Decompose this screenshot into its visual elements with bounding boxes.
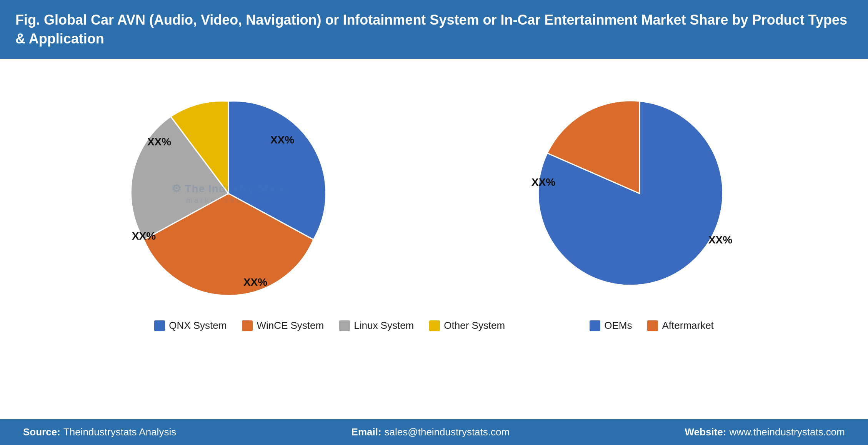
chart-left: XX% XX% XX% XX% ⚙ The Industry Stats mar… [55,74,402,313]
chart-right: XX% XX% [466,74,813,313]
legend-linux: Linux System [339,320,414,332]
legend-label-oems: OEMs [604,320,632,332]
footer-email-value: sales@theindustrystats.com [385,426,510,438]
footer-website-value: www.theindustrystats.com [729,426,845,438]
legend-oems: OEMs [590,320,632,332]
footer-source-label: Source: [23,426,60,438]
other-percent-label: XX% [147,136,171,148]
legend-swatch-other [429,320,440,331]
charts-row: XX% XX% XX% XX% ⚙ The Industry Stats mar… [23,74,845,313]
footer-source-value: Theindustrystats Analysis [63,426,176,438]
legend-swatch-qnx [154,320,165,331]
legend-group-left: QNX System WinCE System Linux System Oth… [154,320,505,332]
legend-swatch-oems [590,320,600,331]
footer-website: Website: www.theindustrystats.com [685,426,845,438]
legend-wince: WinCE System [242,320,324,332]
main-content: XX% XX% XX% XX% ⚙ The Industry Stats mar… [0,59,868,339]
legend-group-right: OEMs Aftermarket [590,320,714,332]
legend-label-other: Other System [444,320,505,332]
legend-label-linux: Linux System [354,320,414,332]
footer-source: Source: Theindustrystats Analysis [23,426,176,438]
legend-qnx: QNX System [154,320,227,332]
page-title: Fig. Global Car AVN (Audio, Video, Navig… [15,12,847,47]
legend-aftermarket: Aftermarket [647,320,713,332]
wince-percent-label: XX% [243,276,267,288]
footer-email: Email: sales@theindustrystats.com [352,426,510,438]
legend-swatch-aftermarket [647,320,658,331]
legend-row: QNX System WinCE System Linux System Oth… [23,320,845,332]
legend-swatch-wince [242,320,253,331]
qnx-percent-label: XX% [270,134,294,146]
legend-swatch-linux [339,320,350,331]
footer-website-label: Website: [685,426,726,438]
page-footer: Source: Theindustrystats Analysis Email:… [0,419,868,445]
aftermarket-percent-label: XX% [531,176,555,188]
page-header: Fig. Global Car AVN (Audio, Video, Navig… [0,0,868,59]
legend-label-aftermarket: Aftermarket [662,320,713,332]
legend-label-qnx: QNX System [169,320,227,332]
footer-email-label: Email: [352,426,382,438]
legend-label-wince: WinCE System [257,320,324,332]
legend-other: Other System [429,320,505,332]
linux-percent-label: XX% [132,230,156,242]
oems-percent-label: XX% [708,234,732,246]
